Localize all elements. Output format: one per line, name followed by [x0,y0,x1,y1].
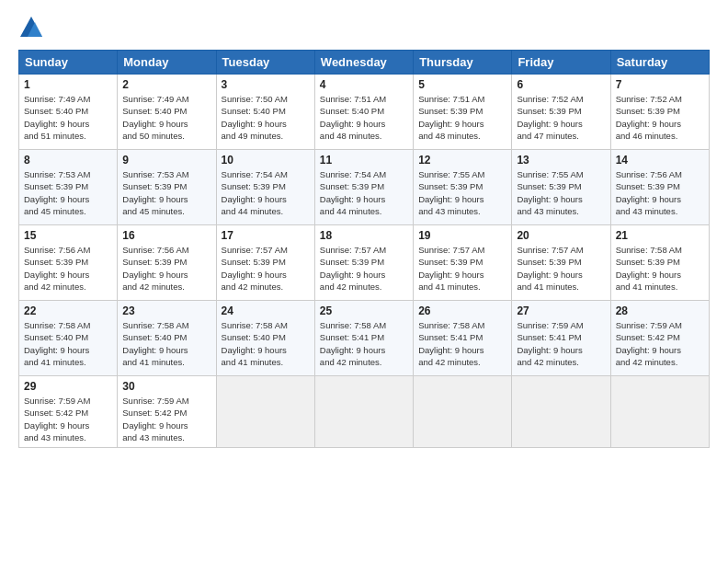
day-info: Sunrise: 7:58 AM Sunset: 5:40 PM Dayligh… [24,319,112,368]
day-number: 9 [122,154,210,167]
calendar-cell: 30 Sunrise: 7:59 AM Sunset: 5:42 PM Dayl… [118,376,216,448]
calendar-header-row: SundayMondayTuesdayWednesdayThursdayFrid… [19,51,710,75]
day-info: Sunrise: 7:55 AM Sunset: 5:39 PM Dayligh… [517,168,605,217]
day-number: 10 [222,154,310,167]
day-info: Sunrise: 7:59 AM Sunset: 5:42 PM Dayligh… [122,395,210,443]
day-number: 14 [616,154,704,167]
day-info: Sunrise: 7:57 AM Sunset: 5:39 PM Dayligh… [222,244,310,293]
day-number: 27 [517,304,605,317]
day-info: Sunrise: 7:57 AM Sunset: 5:39 PM Dayligh… [320,244,408,293]
day-number: 26 [418,304,506,317]
calendar-cell [414,376,512,448]
calendar-cell: 13 Sunrise: 7:55 AM Sunset: 5:39 PM Dayl… [512,150,610,225]
calendar-cell: 8 Sunrise: 7:53 AM Sunset: 5:39 PM Dayli… [19,150,118,225]
day-info: Sunrise: 7:56 AM Sunset: 5:39 PM Dayligh… [616,168,704,217]
day-number: 30 [122,380,210,393]
logo-icon [18,15,44,40]
calendar-cell: 26 Sunrise: 7:58 AM Sunset: 5:41 PM Dayl… [414,301,512,376]
day-number: 17 [222,229,310,242]
calendar-cell: 19 Sunrise: 7:57 AM Sunset: 5:39 PM Dayl… [414,225,512,301]
calendar-day-header: Wednesday [314,51,413,75]
day-info: Sunrise: 7:58 AM Sunset: 5:40 PM Dayligh… [222,319,310,368]
day-info: Sunrise: 7:59 AM Sunset: 5:41 PM Dayligh… [517,319,605,368]
calendar-day-header: Tuesday [216,51,314,75]
calendar-cell: 14 Sunrise: 7:56 AM Sunset: 5:39 PM Dayl… [610,150,709,225]
day-info: Sunrise: 7:59 AM Sunset: 5:42 PM Dayligh… [24,395,112,443]
day-number: 25 [320,304,408,317]
day-number: 18 [320,229,408,242]
day-number: 29 [24,380,112,393]
calendar-cell: 7 Sunrise: 7:52 AM Sunset: 5:39 PM Dayli… [610,75,709,150]
calendar-day-header: Saturday [610,51,709,75]
calendar-cell: 4 Sunrise: 7:51 AM Sunset: 5:40 PM Dayli… [314,75,413,150]
day-number: 3 [222,78,310,91]
day-number: 13 [517,154,605,167]
calendar-cell: 25 Sunrise: 7:58 AM Sunset: 5:41 PM Dayl… [314,301,413,376]
calendar-day-header: Friday [512,51,610,75]
calendar-cell: 21 Sunrise: 7:58 AM Sunset: 5:39 PM Dayl… [610,225,709,301]
day-number: 12 [418,154,506,167]
day-number: 11 [320,154,408,167]
calendar-cell [216,376,314,448]
logo [18,15,46,40]
day-number: 8 [24,154,112,167]
day-number: 6 [517,78,605,91]
day-info: Sunrise: 7:58 AM Sunset: 5:41 PM Dayligh… [418,319,506,368]
day-number: 7 [616,78,704,91]
day-number: 24 [222,304,310,317]
calendar-cell: 29 Sunrise: 7:59 AM Sunset: 5:42 PM Dayl… [19,376,118,448]
day-info: Sunrise: 7:57 AM Sunset: 5:39 PM Dayligh… [418,244,506,293]
calendar-cell [314,376,413,448]
day-number: 28 [616,304,704,317]
day-number: 23 [122,304,210,317]
day-info: Sunrise: 7:57 AM Sunset: 5:39 PM Dayligh… [517,244,605,293]
day-number: 22 [24,304,112,317]
day-info: Sunrise: 7:55 AM Sunset: 5:39 PM Dayligh… [418,168,506,217]
calendar-cell: 11 Sunrise: 7:54 AM Sunset: 5:39 PM Dayl… [314,150,413,225]
day-info: Sunrise: 7:59 AM Sunset: 5:42 PM Dayligh… [616,319,704,368]
day-info: Sunrise: 7:58 AM Sunset: 5:41 PM Dayligh… [320,319,408,368]
calendar-cell: 3 Sunrise: 7:50 AM Sunset: 5:40 PM Dayli… [216,75,314,150]
calendar-cell: 9 Sunrise: 7:53 AM Sunset: 5:39 PM Dayli… [118,150,216,225]
day-info: Sunrise: 7:54 AM Sunset: 5:39 PM Dayligh… [320,168,408,217]
day-number: 21 [616,229,704,242]
day-info: Sunrise: 7:58 AM Sunset: 5:40 PM Dayligh… [122,319,210,368]
calendar-cell: 16 Sunrise: 7:56 AM Sunset: 5:39 PM Dayl… [118,225,216,301]
calendar-cell: 23 Sunrise: 7:58 AM Sunset: 5:40 PM Dayl… [118,301,216,376]
day-info: Sunrise: 7:51 AM Sunset: 5:40 PM Dayligh… [320,93,408,142]
calendar-day-header: Monday [118,51,216,75]
day-info: Sunrise: 7:53 AM Sunset: 5:39 PM Dayligh… [24,168,112,217]
header [18,15,710,40]
calendar-cell: 2 Sunrise: 7:49 AM Sunset: 5:40 PM Dayli… [118,75,216,150]
day-number: 2 [122,78,210,91]
day-info: Sunrise: 7:49 AM Sunset: 5:40 PM Dayligh… [24,93,112,142]
day-info: Sunrise: 7:56 AM Sunset: 5:39 PM Dayligh… [122,244,210,293]
calendar-cell: 24 Sunrise: 7:58 AM Sunset: 5:40 PM Dayl… [216,301,314,376]
day-info: Sunrise: 7:58 AM Sunset: 5:39 PM Dayligh… [616,244,704,293]
day-number: 4 [320,78,408,91]
calendar-day-header: Thursday [414,51,512,75]
day-info: Sunrise: 7:49 AM Sunset: 5:40 PM Dayligh… [122,93,210,142]
calendar-cell: 1 Sunrise: 7:49 AM Sunset: 5:40 PM Dayli… [19,75,118,150]
day-number: 1 [24,78,112,91]
day-info: Sunrise: 7:54 AM Sunset: 5:39 PM Dayligh… [222,168,310,217]
calendar-table: SundayMondayTuesdayWednesdayThursdayFrid… [18,50,710,448]
day-number: 19 [418,229,506,242]
calendar-cell: 10 Sunrise: 7:54 AM Sunset: 5:39 PM Dayl… [216,150,314,225]
calendar-cell: 28 Sunrise: 7:59 AM Sunset: 5:42 PM Dayl… [610,301,709,376]
calendar-cell [512,376,610,448]
calendar-cell: 5 Sunrise: 7:51 AM Sunset: 5:39 PM Dayli… [414,75,512,150]
day-info: Sunrise: 7:52 AM Sunset: 5:39 PM Dayligh… [517,93,605,142]
day-info: Sunrise: 7:51 AM Sunset: 5:39 PM Dayligh… [418,93,506,142]
day-info: Sunrise: 7:56 AM Sunset: 5:39 PM Dayligh… [24,244,112,293]
day-number: 20 [517,229,605,242]
day-number: 5 [418,78,506,91]
day-number: 15 [24,229,112,242]
day-number: 16 [122,229,210,242]
calendar-cell [610,376,709,448]
calendar-cell: 12 Sunrise: 7:55 AM Sunset: 5:39 PM Dayl… [414,150,512,225]
calendar-cell: 15 Sunrise: 7:56 AM Sunset: 5:39 PM Dayl… [19,225,118,301]
day-info: Sunrise: 7:52 AM Sunset: 5:39 PM Dayligh… [616,93,704,142]
page: SundayMondayTuesdayWednesdayThursdayFrid… [0,0,728,563]
calendar-cell: 27 Sunrise: 7:59 AM Sunset: 5:41 PM Dayl… [512,301,610,376]
